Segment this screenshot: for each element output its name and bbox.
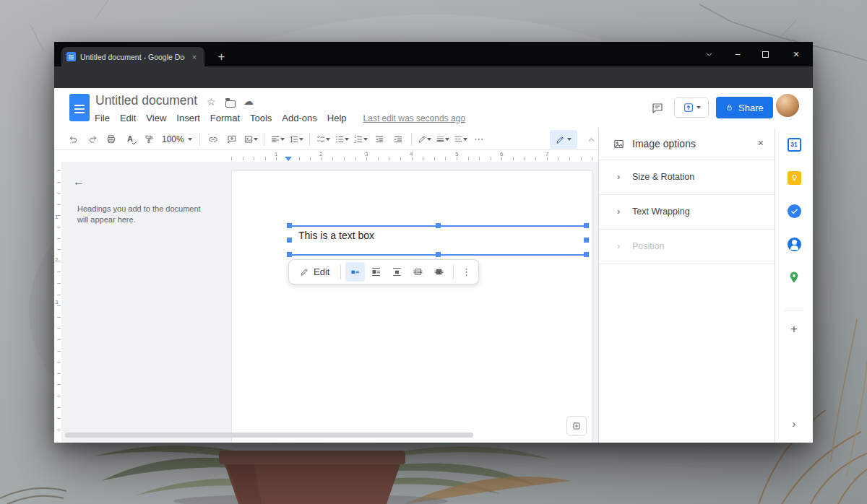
indent-marker[interactable] bbox=[285, 157, 292, 161]
star-document-icon[interactable]: ☆ bbox=[207, 96, 216, 108]
minimize-button[interactable]: – bbox=[725, 42, 751, 66]
more-toolbar-button[interactable]: ⋯ bbox=[471, 131, 487, 148]
image-options-panel: Image options × › Size & Rotation › Text… bbox=[598, 129, 775, 443]
browser-window: Untitled document - Google Doc × + – × ←… bbox=[54, 42, 813, 443]
resize-handle[interactable] bbox=[584, 223, 589, 228]
hide-menus-button[interactable] bbox=[582, 131, 600, 148]
resize-handle[interactable] bbox=[584, 238, 589, 243]
menu-edit[interactable]: Edit bbox=[115, 110, 141, 126]
editing-mode-button[interactable] bbox=[550, 130, 577, 149]
horizontal-scrollbar[interactable] bbox=[65, 433, 473, 438]
text-wrapping-row[interactable]: › Text Wrapping bbox=[599, 195, 775, 230]
resize-handle[interactable] bbox=[436, 223, 441, 228]
border-color-button[interactable] bbox=[415, 134, 434, 144]
menu-bar: File Edit View Insert Format Tools Add-o… bbox=[90, 110, 465, 126]
svg-text:1: 1 bbox=[354, 135, 356, 139]
edit-pencil-icon bbox=[300, 267, 309, 277]
google-docs-app: Untitled document ☆ ☁ File Edit View Ins… bbox=[54, 88, 813, 443]
move-folder-icon[interactable] bbox=[225, 100, 236, 108]
hide-side-panel-button[interactable]: › bbox=[787, 416, 801, 430]
window-chevron-down-icon[interactable] bbox=[696, 42, 722, 66]
present-button[interactable] bbox=[674, 97, 709, 118]
close-outline-button[interactable]: ← bbox=[73, 175, 85, 188]
docs-header: Untitled document ☆ ☁ File Edit View Ins… bbox=[54, 88, 813, 129]
wrap-inline-button[interactable] bbox=[345, 262, 365, 282]
behind-text-button[interactable] bbox=[408, 262, 428, 282]
keep-app-button[interactable] bbox=[787, 170, 801, 185]
front-text-button[interactable] bbox=[429, 262, 449, 282]
resize-handle[interactable] bbox=[287, 223, 292, 228]
add-comment-button[interactable] bbox=[224, 131, 240, 148]
last-edit-link[interactable]: Last edit was seconds ago bbox=[363, 113, 465, 123]
resize-handle[interactable] bbox=[436, 252, 441, 257]
calendar-app-button[interactable]: 31 bbox=[787, 137, 801, 152]
cloud-status-icon[interactable]: ☁ bbox=[243, 95, 254, 107]
maximize-button[interactable] bbox=[752, 42, 778, 66]
wrap-text-button[interactable] bbox=[366, 262, 386, 282]
border-dash-button[interactable] bbox=[452, 134, 470, 144]
textbox-more-button[interactable]: ⋮ bbox=[458, 264, 474, 281]
resize-handle[interactable] bbox=[287, 238, 292, 243]
get-addons-button[interactable]: + bbox=[787, 322, 801, 336]
share-button[interactable]: Share bbox=[716, 97, 773, 118]
insert-link-button[interactable] bbox=[205, 131, 221, 148]
bulleted-list-button[interactable] bbox=[332, 134, 351, 144]
tab-title: Untitled document - Google Doc bbox=[80, 53, 185, 61]
numbered-list-button[interactable]: 12 bbox=[351, 134, 370, 144]
align-caret-icon bbox=[280, 138, 285, 141]
tab-close-icon[interactable]: × bbox=[189, 52, 199, 62]
increase-indent-button[interactable] bbox=[390, 131, 406, 148]
resize-handle[interactable] bbox=[287, 252, 292, 257]
tasks-app-button[interactable] bbox=[787, 204, 801, 218]
align-button[interactable] bbox=[268, 134, 287, 144]
toolbar-separator bbox=[411, 133, 412, 146]
checklist-button[interactable] bbox=[314, 134, 332, 144]
undo-button[interactable] bbox=[66, 131, 82, 148]
tasks-icon bbox=[788, 204, 801, 218]
new-tab-button[interactable]: + bbox=[212, 47, 231, 66]
spellcheck-button[interactable]: A bbox=[122, 131, 138, 148]
document-page[interactable]: This is a text box Edit bbox=[231, 170, 592, 443]
insert-image-button[interactable] bbox=[241, 134, 260, 144]
size-rotation-row[interactable]: › Size & Rotation bbox=[599, 160, 775, 195]
docs-logo-icon[interactable] bbox=[69, 94, 90, 121]
menu-insert[interactable]: Insert bbox=[171, 110, 205, 126]
vertical-ruler[interactable]: 1 2 3 bbox=[54, 162, 61, 443]
menu-file[interactable]: File bbox=[90, 110, 115, 126]
contacts-app-button[interactable] bbox=[787, 237, 801, 251]
window-close-button[interactable]: × bbox=[781, 42, 811, 66]
toolbar-separator bbox=[309, 133, 310, 146]
maps-app-button[interactable] bbox=[787, 270, 801, 284]
paint-format-button[interactable] bbox=[141, 131, 157, 148]
menu-format[interactable]: Format bbox=[205, 110, 245, 126]
decrease-indent-button[interactable] bbox=[371, 131, 387, 148]
border-weight-button[interactable] bbox=[434, 134, 452, 144]
print-button[interactable] bbox=[103, 131, 119, 148]
menu-help[interactable]: Help bbox=[322, 110, 352, 126]
ruler-number: 6 bbox=[500, 151, 503, 157]
horizontal-ruler[interactable]: 1 2 3 4 5 6 7 bbox=[54, 150, 598, 162]
redo-button[interactable] bbox=[85, 131, 100, 148]
edit-button[interactable]: Edit bbox=[293, 266, 336, 277]
resize-handle[interactable] bbox=[584, 252, 589, 257]
spacing-caret-icon bbox=[299, 138, 303, 141]
docs-favicon-icon bbox=[66, 52, 76, 61]
menu-view[interactable]: View bbox=[141, 110, 171, 126]
panel-close-icon[interactable]: × bbox=[758, 137, 764, 149]
panel-header: Image options × bbox=[599, 129, 775, 160]
border-weight-caret-icon bbox=[445, 138, 449, 141]
menu-tools[interactable]: Tools bbox=[245, 110, 277, 126]
account-avatar[interactable] bbox=[776, 94, 799, 117]
document-title[interactable]: Untitled document bbox=[95, 93, 197, 108]
line-spacing-button[interactable] bbox=[287, 134, 306, 144]
textbox-content[interactable]: This is a text box bbox=[298, 230, 374, 241]
toolbar-separator bbox=[264, 133, 264, 146]
browser-tab[interactable]: Untitled document - Google Doc × bbox=[61, 47, 204, 66]
comment-history-button[interactable] bbox=[648, 99, 667, 118]
break-text-button[interactable] bbox=[387, 262, 407, 282]
menu-add-ons[interactable]: Add-ons bbox=[277, 110, 322, 126]
bullets-caret-icon bbox=[345, 138, 349, 141]
explore-button[interactable] bbox=[566, 416, 587, 436]
zoom-select[interactable]: 100% bbox=[158, 134, 196, 144]
chevron-right-icon: › bbox=[617, 240, 620, 251]
